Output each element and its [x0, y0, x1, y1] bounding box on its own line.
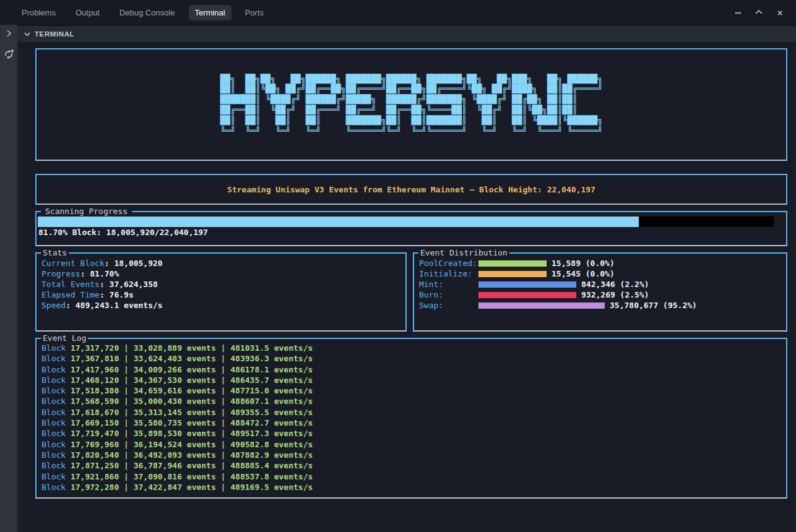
event-log-row: Block 17,669,150 | 35,580,735 events | 4…: [41, 418, 781, 428]
event-log-values: 17,367,810 | 33,624,403 events | 483936.…: [71, 354, 313, 363]
event-log-list: Block 17,317,720 | 33,028,889 events | 4…: [41, 343, 781, 492]
distribution-bar: [478, 260, 547, 267]
event-log-box: Event Log Block 17,317,720 | 33,028,889 …: [35, 338, 787, 499]
distribution-row: Burn:932,269 (2.5%): [419, 290, 781, 300]
event-log-block-word: Block: [41, 483, 71, 492]
stats-title: Stats: [41, 248, 69, 258]
distribution-label: PoolCreated:: [419, 259, 478, 268]
distribution-value: 15,589 (0.0%): [552, 259, 615, 268]
event-log-block-word: Block: [41, 461, 71, 470]
stats-row: Speed: 489,243.1 events/s: [41, 300, 400, 311]
terminal-panel-header: TERMINAL: [17, 25, 796, 42]
event-log-values: 17,972,280 | 37,422,847 events | 489169.…: [71, 483, 313, 492]
tab-terminal[interactable]: Terminal: [189, 5, 231, 20]
event-log-row: Block 17,417,960 | 34,009,266 events | 4…: [41, 364, 781, 375]
event-log-block-word: Block: [41, 429, 71, 438]
event-log-block-word: Block: [41, 472, 71, 481]
stats-row: Current Block: 18,005,920: [41, 258, 400, 268]
distribution-value: 932,269 (2.5%): [581, 290, 649, 299]
stats-distribution-row: Stats Current Block: 18,005,920Progress:…: [35, 252, 787, 332]
scanning-progress-title: Scanning Progress: [41, 207, 132, 217]
stats-list: Current Block: 18,005,920Progress: 81.70…: [41, 258, 400, 311]
tab-debug-console[interactable]: Debug Console: [113, 5, 181, 20]
event-log-row: Block 17,367,810 | 33,624,403 events | 4…: [41, 353, 781, 364]
stats-label: Speed: [41, 301, 66, 310]
stats-row: Progress: 81.70%: [41, 268, 400, 279]
distribution-label: Initialize:: [419, 269, 478, 278]
distribution-bar: [478, 292, 576, 298]
event-log-block-word: Block: [41, 354, 71, 363]
sync-icon[interactable]: [0, 46, 17, 63]
close-panel-icon[interactable]: ×: [774, 6, 786, 19]
tab-problems[interactable]: Problems: [15, 5, 62, 20]
tab-ports[interactable]: Ports: [239, 5, 270, 20]
event-log-row: Block 17,871,250 | 36,787,946 events | 4…: [41, 460, 781, 471]
event-log-values: 17,518,380 | 34,659,616 events | 487715.…: [71, 386, 313, 395]
event-log-values: 17,568,590 | 35,000,430 events | 488607.…: [71, 397, 313, 406]
distribution-row: Initialize:15,545 (0.0%): [419, 268, 781, 279]
expand-sidebar-chevron-icon[interactable]: [0, 25, 17, 42]
scanning-progress-box: Scanning Progress 81.70% Block: 18,005,9…: [35, 211, 787, 246]
event-log-block-word: Block: [41, 397, 71, 406]
event-log-values: 17,719,470 | 35,898,530 events | 489517.…: [71, 429, 313, 438]
stats-label: Progress: [41, 269, 80, 278]
event-log-values: 17,618,670 | 35,313,145 events | 489355.…: [71, 408, 313, 417]
maximize-panel-icon[interactable]: [753, 6, 765, 19]
event-log-values: 17,669,150 | 35,580,735 events | 488472.…: [71, 418, 313, 427]
event-log-block-word: Block: [41, 450, 71, 460]
event-log-block-word: Block: [41, 440, 71, 449]
stats-box: Stats Current Block: 18,005,920Progress:…: [35, 252, 407, 332]
distribution-value: 842,346 (2.2%): [581, 280, 649, 289]
progress-bar-fill: [38, 217, 639, 227]
distribution-row: Mint:842,346 (2.2%): [419, 279, 781, 290]
stats-value: : 76.9s: [100, 290, 134, 299]
stats-value: : 18,005,920: [105, 259, 163, 268]
distribution-row: Swap:35,780,677 (95.2%): [419, 300, 781, 311]
event-log-row: Block 17,568,590 | 35,000,430 events | 4…: [41, 396, 781, 406]
banner-box: ██╗ ██╗██╗ ██╗██████╗ ███████╗██████╗ ██…: [35, 48, 787, 161]
terminal-output: ██╗ ██╗██╗ ██╗██████╗ ███████╗██████╗ ██…: [17, 42, 796, 532]
tab-output[interactable]: Output: [69, 5, 106, 20]
stats-value: : 81.70%: [80, 269, 119, 278]
hypersync-ascii-banner: ██╗ ██╗██╗ ██╗██████╗ ███████╗██████╗ ██…: [220, 74, 603, 136]
event-log-title: Event Log: [41, 333, 88, 343]
panel-tabs: ProblemsOutputDebug ConsoleTerminalPorts: [0, 5, 277, 20]
stats-label: Elapsed Time: [41, 290, 100, 299]
terminal-panel-title: TERMINAL: [35, 30, 74, 38]
stats-value: : 489,243.1 events/s: [66, 301, 163, 310]
event-log-row: Block 17,820,540 | 36,492,093 events | 4…: [41, 450, 781, 460]
event-distribution-box: Event Distribution PoolCreated:15,589 (0…: [413, 252, 787, 332]
panel-tabbar: ProblemsOutputDebug ConsoleTerminalPorts…: [0, 0, 796, 25]
distribution-bar: [478, 271, 547, 277]
event-log-row: Block 17,468,120 | 34,367,530 events | 4…: [41, 375, 781, 385]
event-log-row: Block 17,921,860 | 37,090,816 events | 4…: [41, 471, 781, 482]
stats-value: : 37,624,358: [100, 280, 158, 289]
progress-bar-track: [38, 217, 774, 227]
event-log-values: 17,417,960 | 34,009,266 events | 486178.…: [71, 365, 313, 374]
distribution-list: PoolCreated:15,589 (0.0%)Initialize:15,5…: [419, 258, 781, 311]
event-log-values: 17,921,860 | 37,090,816 events | 488537.…: [71, 472, 313, 481]
event-log-block-word: Block: [41, 418, 71, 427]
event-distribution-title: Event Distribution: [418, 248, 509, 258]
chevron-down-icon[interactable]: [24, 30, 31, 38]
event-log-block-word: Block: [41, 408, 71, 417]
event-log-values: 17,468,120 | 34,367,530 events | 486435.…: [71, 375, 313, 385]
distribution-value: 15,545 (0.0%): [552, 269, 615, 278]
distribution-value: 35,780,677 (95.2%): [610, 301, 697, 310]
stats-row: Total Events: 37,624,358: [41, 279, 400, 290]
progress-label: 81.70% Block: 18,005,920/22,040,197: [38, 228, 786, 237]
event-log-row: Block 17,518,380 | 34,659,616 events | 4…: [41, 385, 781, 396]
event-log-block-word: Block: [41, 386, 71, 395]
event-log-row: Block 17,618,670 | 35,313,145 events | 4…: [41, 407, 781, 418]
more-actions-icon[interactable]: ⋯: [732, 6, 744, 19]
stats-label: Total Events: [41, 280, 100, 289]
distribution-row: PoolCreated:15,589 (0.0%): [419, 258, 781, 268]
event-log-block-word: Block: [41, 365, 71, 374]
distribution-label: Swap:: [419, 301, 478, 310]
panel-actions: ⋯ ×: [732, 6, 796, 19]
event-log-row: Block 17,769,960 | 36,194,524 events | 4…: [41, 439, 781, 450]
distribution-label: Burn:: [419, 290, 478, 299]
distribution-label: Mint:: [419, 280, 478, 289]
event-log-values: 17,769,960 | 36,194,524 events | 490582.…: [71, 440, 313, 449]
event-log-values: 17,820,540 | 36,492,093 events | 487882.…: [71, 450, 313, 460]
